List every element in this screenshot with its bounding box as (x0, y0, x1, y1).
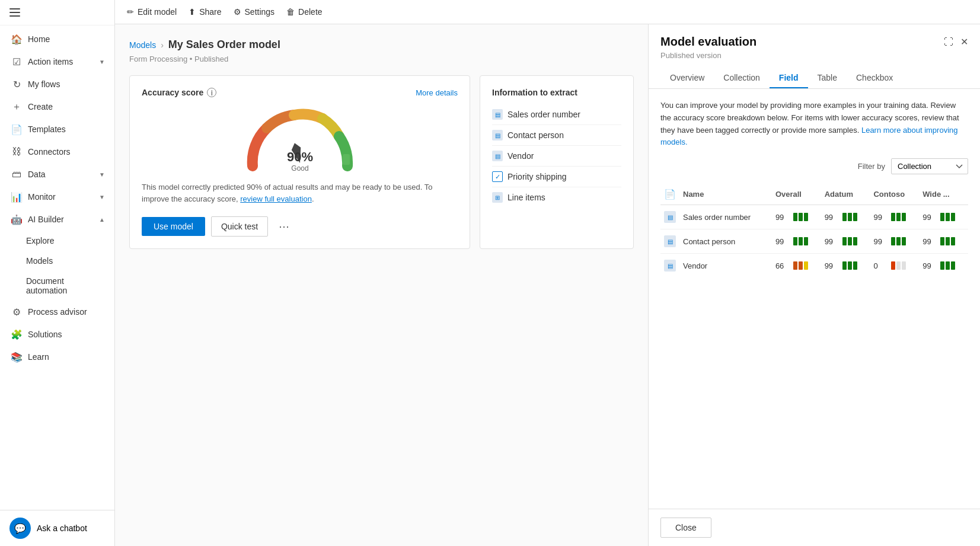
row-icon: ▤ (664, 211, 676, 223)
share-button[interactable]: ⬆ Share (189, 7, 221, 17)
close-button[interactable]: Close (660, 518, 711, 538)
score-cell: 66 (775, 261, 818, 270)
score-bar (951, 213, 955, 221)
score-bar (946, 261, 950, 270)
panel-title-row: Model evaluation ⛶ ✕ (660, 35, 968, 49)
score-bar (804, 213, 808, 221)
table-header-overall: Overall (772, 184, 821, 205)
tab-field[interactable]: Field (770, 68, 808, 88)
score-bar (842, 213, 847, 221)
score-bar (848, 261, 852, 270)
sidebar-item-learn[interactable]: 📚 Learn (0, 346, 114, 368)
row-name: Contact person (683, 237, 768, 246)
table-icon: ⊞ (492, 192, 503, 203)
row-icon: ▤ (664, 235, 676, 247)
chatbot-label: Ask a chatbot (37, 523, 87, 533)
create-icon: ＋ (11, 101, 22, 112)
score-bars (842, 213, 857, 221)
hamburger-menu[interactable] (9, 8, 21, 17)
edit-model-button[interactable]: ✏ Edit model (127, 7, 177, 17)
main-content: ✏ Edit model ⬆ Share ⚙ Settings 🗑 Delete… (115, 0, 980, 546)
score-bars (842, 261, 857, 270)
flows-icon: ↻ (11, 79, 22, 90)
tab-checkbox[interactable]: Checkbox (847, 68, 902, 88)
list-item: ▤ Contact person (492, 125, 621, 146)
sidebar-item-action-items[interactable]: ☑ Action items ▼ (0, 50, 114, 73)
tab-table[interactable]: Table (808, 68, 847, 88)
learn-icon: 📚 (11, 352, 22, 362)
edit-icon: ✏ (127, 7, 134, 17)
row-name: Sales order number (683, 213, 768, 222)
panel-title: Model evaluation (660, 35, 756, 49)
score-bar (946, 237, 950, 245)
gauge-container: 90% Good (142, 107, 458, 172)
tab-overview[interactable]: Overview (660, 68, 714, 88)
sidebar-top (0, 0, 114, 25)
field-icon: ▤ (492, 109, 503, 120)
breadcrumb-parent[interactable]: Models (129, 40, 156, 50)
more-options-button[interactable]: ⋯ (274, 218, 294, 235)
score-bars (891, 213, 906, 221)
score-bar (896, 213, 901, 221)
page-area: Models › My Sales Order model Form Proce… (115, 24, 980, 546)
score-bar (853, 237, 857, 245)
table-header-contoso: Contoso (870, 184, 919, 205)
score-bar (940, 213, 944, 221)
sidebar-item-my-flows[interactable]: ↻ My flows (0, 73, 114, 95)
score-bar (902, 213, 906, 221)
score-bar (848, 213, 852, 221)
sidebar-item-ai-builder[interactable]: 🤖 AI Builder ▲ (0, 208, 114, 231)
settings-button[interactable]: ⚙ Settings (234, 7, 275, 17)
sidebar-item-monitor[interactable]: 📊 Monitor ▼ (0, 186, 114, 208)
score-bar (842, 237, 847, 245)
info-to-extract-card: Information to extract ▤ Sales order num… (480, 75, 634, 249)
use-model-button[interactable]: Use model (142, 217, 205, 236)
more-details-link[interactable]: More details (416, 88, 458, 97)
close-panel-button[interactable]: ✕ (960, 36, 968, 47)
review-evaluation-link[interactable]: review full evaluation (240, 194, 312, 203)
info-icon: i (207, 88, 216, 97)
share-icon: ⬆ (189, 7, 196, 17)
sidebar-item-document-automation[interactable]: Document automation (0, 271, 114, 301)
sidebar-item-process-advisor[interactable]: ⚙ Process advisor (0, 301, 114, 323)
sidebar: 🏠 Home ☑ Action items ▼ ↻ My flows ＋ Cre… (0, 0, 115, 546)
table-row: ▤Vendor6699099 (660, 254, 968, 278)
score-bar (891, 261, 895, 270)
score-bar (951, 261, 955, 270)
breadcrumb-sep: › (161, 40, 164, 50)
quick-test-button[interactable]: Quick test (211, 216, 268, 237)
score-bar (891, 237, 895, 245)
tab-collection[interactable]: Collection (714, 68, 769, 88)
action-buttons: Use model Quick test ⋯ (142, 216, 458, 237)
chevron-up-icon: ▲ (99, 216, 105, 223)
score-bars (940, 237, 955, 245)
delete-icon: 🗑 (286, 7, 295, 17)
score-cell: 99 (922, 261, 965, 270)
sidebar-item-templates[interactable]: 📄 Templates (0, 118, 114, 141)
breadcrumb-current: My Sales Order model (168, 39, 280, 51)
row-name: Vendor (683, 261, 768, 270)
score-bars (940, 261, 955, 270)
evaluation-table: 📄 Name Overall Adatum Contoso Wide ... ▤… (660, 184, 968, 277)
score-bar (902, 237, 906, 245)
sidebar-item-explore[interactable]: Explore (0, 231, 114, 251)
delete-button[interactable]: 🗑 Delete (286, 7, 322, 17)
collection-filter-select[interactable]: Collection (891, 158, 968, 174)
score-bar (799, 213, 803, 221)
chatbot-button[interactable]: 💬 (9, 518, 31, 539)
score-bars (793, 261, 808, 270)
score-bar (951, 237, 955, 245)
sidebar-item-home[interactable]: 🏠 Home (0, 28, 114, 50)
sidebar-item-data[interactable]: 🗃 Data ▼ (0, 163, 114, 186)
expand-panel-button[interactable]: ⛶ (944, 37, 953, 47)
sidebar-item-create[interactable]: ＋ Create (0, 95, 114, 118)
sidebar-item-solutions[interactable]: 🧩 Solutions (0, 323, 114, 346)
settings-icon: ⚙ (234, 7, 241, 17)
right-panel: Model evaluation ⛶ ✕ Published version O… (648, 24, 980, 546)
sidebar-item-models[interactable]: Models (0, 251, 114, 271)
checkbox-icon: ✓ (492, 171, 503, 182)
table-header-icon: 📄 (660, 184, 679, 205)
cards-row: Accuracy score i More details (129, 75, 634, 249)
score-bars (793, 237, 808, 245)
sidebar-item-connectors[interactable]: ⛓ Connectors (0, 141, 114, 163)
